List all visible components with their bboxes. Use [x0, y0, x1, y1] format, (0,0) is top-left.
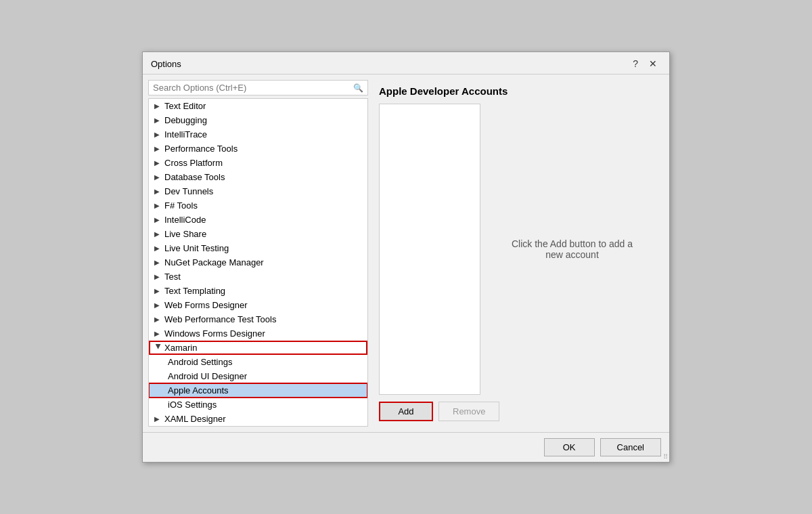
tree-item-label: Performance Tools: [164, 144, 238, 154]
tree-container: ▶Text Editor▶Debugging▶IntelliTrace▶Perf…: [148, 98, 368, 427]
tree-item-label: Windows Forms Designer: [164, 328, 265, 339]
tree-item[interactable]: ▶Web Performance Test Tools: [149, 312, 367, 326]
tree-item[interactable]: ▶IntelliCode: [149, 213, 367, 227]
tree-arrow-icon: ▶: [154, 330, 162, 337]
tree-item[interactable]: ▶Database Tools: [149, 170, 367, 184]
tree-item-label: Xamarin: [164, 343, 197, 353]
tree-item[interactable]: ▶NuGet Package Manager: [149, 255, 367, 270]
tree-item[interactable]: ▶Test: [149, 270, 367, 284]
tree-item[interactable]: ▶Live Unit Testing: [149, 241, 367, 255]
dialog-footer: OK Cancel: [143, 432, 669, 462]
tree-item-label: XAML Designer: [164, 414, 226, 424]
tree-arrow-icon: ▶: [154, 316, 162, 323]
tree-item-label: F# Tools: [164, 200, 198, 211]
tree-arrow-icon: ▶: [154, 102, 162, 110]
tree-arrow-icon: ▶: [154, 259, 162, 266]
tree-item-label: Live Share: [164, 229, 206, 239]
tree-arrow-icon: ▶: [154, 159, 162, 167]
tree-item[interactable]: ▶Windows Forms Designer: [149, 326, 367, 341]
right-panel: Apple Developer Accounts Click the Add b…: [368, 80, 664, 427]
tree-item-label: Text Templating: [164, 286, 225, 296]
tree-arrow-icon: ▶: [154, 415, 162, 423]
tree-item-label: Database Tools: [164, 172, 225, 182]
dialog-title: Options: [151, 59, 181, 69]
tree-item-label: NuGet Package Manager: [164, 257, 264, 267]
tree-arrow-icon: ▶: [154, 131, 162, 138]
tree-item-label: Live Unit Testing: [164, 243, 229, 253]
tree-arrow-icon: ▶: [154, 145, 162, 152]
help-button[interactable]: ?: [629, 58, 642, 70]
tree-item[interactable]: ▶Live Share: [149, 227, 367, 241]
tree-item[interactable]: ▶Text Editor: [149, 99, 367, 113]
tree-arrow-icon: ▶: [154, 188, 162, 195]
tree-arrow-icon: ▶: [154, 287, 162, 295]
accounts-list: [379, 104, 480, 395]
buttons-row: Add Remove: [379, 402, 653, 421]
tree-item[interactable]: ▶Text Templating: [149, 284, 367, 298]
tree-arrow-icon: ▶: [154, 244, 162, 252]
options-dialog: Options ? ✕ 🔍 ▶Text Editor▶Debugging▶Int…: [142, 51, 670, 463]
tree-item[interactable]: ▶F# Tools: [149, 198, 367, 213]
tree-item-label: Web Forms Designer: [164, 300, 248, 310]
tree-arrow-icon: ▶: [154, 273, 162, 280]
tree-arrow-icon: ▶: [154, 216, 162, 223]
search-box: 🔍: [148, 80, 368, 95]
tree-sub-item[interactable]: Apple Accounts: [149, 383, 367, 398]
left-panel: 🔍 ▶Text Editor▶Debugging▶IntelliTrace▶Pe…: [148, 80, 368, 427]
tree-item-label: Debugging: [164, 115, 207, 125]
tree-item[interactable]: ▶Cross Platform: [149, 156, 367, 170]
tree-item[interactable]: ▶Performance Tools: [149, 142, 367, 156]
close-button[interactable]: ✕: [645, 58, 661, 70]
tree-item-label: Test: [164, 272, 181, 282]
tree-item-label: Dev Tunnels: [164, 186, 213, 196]
tree-sub-item[interactable]: iOS Settings: [149, 398, 367, 412]
cancel-button[interactable]: Cancel: [600, 438, 661, 456]
title-bar-right: ? ✕: [629, 58, 661, 70]
title-bar: Options ? ✕: [143, 52, 669, 74]
accounts-area: Click the Add button to add a new accoun…: [379, 104, 653, 395]
tree-item-label: IntelliCode: [164, 215, 206, 225]
section-title: Apple Developer Accounts: [379, 85, 653, 97]
tree-item-label: Cross Platform: [164, 158, 223, 168]
dialog-body: 🔍 ▶Text Editor▶Debugging▶IntelliTrace▶Pe…: [143, 74, 669, 432]
ok-button[interactable]: OK: [544, 438, 595, 456]
add-button[interactable]: Add: [379, 402, 433, 421]
title-bar-left: Options: [151, 59, 181, 69]
tree-arrow-icon: ▶: [154, 116, 162, 124]
search-input[interactable]: [153, 83, 353, 93]
tree-arrow-icon: ▶: [154, 230, 162, 238]
tree-item-label: IntelliTrace: [164, 129, 207, 140]
tree-arrow-icon: ▶: [155, 344, 162, 352]
tree-sub-item[interactable]: Android Settings: [149, 355, 367, 369]
tree-arrow-icon: ▶: [154, 202, 162, 209]
tree-item[interactable]: ▶Dev Tunnels: [149, 184, 367, 198]
resize-corner: ⠿: [663, 454, 668, 461]
tree-item[interactable]: ▶XAML Designer: [149, 412, 367, 426]
tree-item[interactable]: ▶IntelliTrace: [149, 127, 367, 142]
accounts-hint: Click the Add button to add a new accoun…: [491, 104, 653, 395]
tree-arrow-icon: ▶: [154, 173, 162, 181]
tree-sub-item[interactable]: Android UI Designer: [149, 369, 367, 383]
tree-item[interactable]: ▶Xamarin: [149, 341, 367, 355]
tree-item-label: Text Editor: [164, 101, 206, 111]
tree-item-label: Web Performance Test Tools: [164, 314, 276, 324]
remove-button[interactable]: Remove: [438, 402, 499, 421]
tree-item[interactable]: ▶Web Forms Designer: [149, 298, 367, 312]
tree-item[interactable]: ▶Debugging: [149, 113, 367, 127]
tree-arrow-icon: ▶: [154, 301, 162, 309]
search-icon: 🔍: [353, 83, 363, 93]
